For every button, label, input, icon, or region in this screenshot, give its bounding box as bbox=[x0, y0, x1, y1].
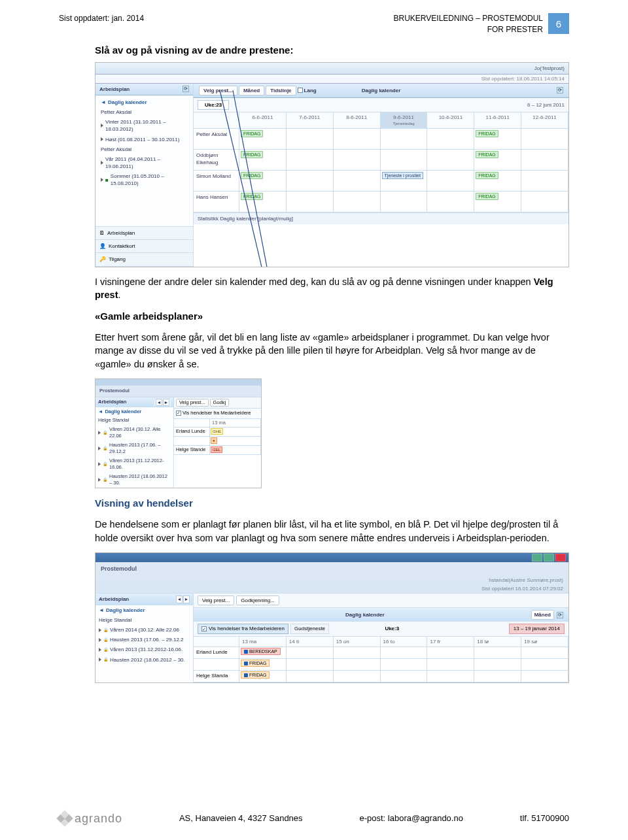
lock-icon: 🔒 bbox=[103, 462, 107, 467]
lock-icon: 🔒 bbox=[103, 637, 108, 643]
ss1-updated: Sist oppdatert: 18.06.2011 14:05:14 bbox=[481, 75, 565, 82]
chevron-right-icon[interactable] bbox=[101, 161, 103, 165]
header-title-2: FOR PRESTER bbox=[394, 24, 544, 35]
lang-checkbox[interactable] bbox=[298, 88, 303, 93]
gudstjeneste-filter[interactable]: Gudstjeneste bbox=[290, 624, 329, 633]
tidslinje-button[interactable]: Tidslinje bbox=[266, 86, 296, 95]
close-icon[interactable] bbox=[555, 554, 566, 562]
ss1-calendar-title: Daglig kalender bbox=[362, 87, 401, 94]
sidebar-item: Vår 2011 (04.04.2011 – 19.06.2011) bbox=[98, 154, 190, 171]
sidebar-item: Vinter 2011 (31.10.2011 – 18.03.2012) bbox=[98, 117, 190, 134]
week-label: Uke:23 bbox=[198, 100, 229, 110]
ss3-date-range: 13 – 19 januar 2014 bbox=[509, 624, 565, 633]
maned-button[interactable]: Måned bbox=[531, 610, 554, 620]
paragraph-velg-prest: I visningene der andre deler sin kalende… bbox=[95, 275, 569, 302]
footer-email: e-post: labora@agrando.no bbox=[359, 813, 462, 824]
page-number-badge: 6 bbox=[548, 13, 569, 34]
stat-bar[interactable]: Statistikk Daglig kalender [planlagt/mul… bbox=[194, 212, 568, 224]
lock-icon: 🔒 bbox=[103, 628, 108, 633]
chevron-right-icon[interactable] bbox=[101, 137, 103, 141]
ss3-updated: Sist oppdatert 16.01.2014 07:29:02 bbox=[481, 585, 563, 592]
velg-prest-button[interactable]: Velg prest... bbox=[176, 399, 209, 407]
velg-prest-button[interactable]: Velg prest... bbox=[198, 596, 234, 605]
ss1-calendar: Velg prest... Måned Tidslinje Lang Dagli… bbox=[194, 84, 568, 267]
brand-logo: agrando bbox=[59, 811, 122, 827]
ss3-sidebar-title: Arbeidsplan bbox=[99, 596, 129, 603]
ss3-calendar-title: Daglig kalender bbox=[345, 611, 385, 618]
nav-tab-tilgang[interactable]: 🔑Tilgang bbox=[96, 253, 193, 266]
ss1-sidebar-title: Arbeidsplan bbox=[99, 86, 130, 93]
refresh-icon[interactable]: ⟳ bbox=[557, 612, 563, 618]
sidebar-item: Petter Aksdal bbox=[98, 144, 190, 154]
next-icon[interactable]: ► bbox=[163, 399, 169, 407]
min-icon[interactable] bbox=[532, 554, 542, 562]
lock-icon: 🔒 bbox=[103, 446, 107, 451]
footer-address: AS, Hanaveien 4, 4327 Sandnes bbox=[179, 813, 303, 824]
paragraph-hendelser: De hendelsene som er planlagt før planen… bbox=[95, 518, 569, 545]
calendar-row: Simon Molland FRIDAG Tjeneste i prostiet… bbox=[194, 171, 568, 192]
vis-hendelser-checkbox[interactable] bbox=[201, 626, 207, 631]
nav-tab-arbeidsplan[interactable]: 🗓Arbeidsplan bbox=[96, 227, 193, 240]
prev-icon[interactable]: ◄ bbox=[176, 596, 183, 603]
ss1-date-header: 6-6-2011 7-6-2011 8-6-2011 9-6-2011Tjene… bbox=[194, 112, 568, 129]
logo-icon bbox=[56, 811, 73, 827]
ss3-user-role: hstandal(Austre Sunmøre,prost) bbox=[489, 577, 563, 584]
velg-prest-button[interactable]: Velg prest... bbox=[199, 86, 237, 95]
sidebar-item-daily: ◄Daglig kalender bbox=[98, 97, 190, 107]
ss1-user-role: Jo(Testprost) bbox=[534, 65, 565, 72]
godkjenning-button[interactable]: Godkjenning... bbox=[236, 596, 279, 605]
lock-icon: 🔒 bbox=[103, 430, 107, 435]
nav-tab-kontaktkort[interactable]: 👤Kontaktkort bbox=[96, 240, 193, 253]
prev-icon[interactable]: ◄ bbox=[156, 399, 162, 407]
ss1-updated-bar: Sist oppdatert: 18.06.2011 14:05:14 bbox=[96, 75, 568, 84]
screenshot-wide-calendar: Prostemodul hstandal(Austre Sunmøre,pros… bbox=[95, 552, 569, 683]
section-title-toggle: Slå av og på visning av de andre presten… bbox=[95, 43, 569, 57]
calendar-row: Hans Hansen FRIDAG FRIDAG bbox=[194, 192, 568, 212]
lock-icon: 🔒 bbox=[103, 647, 108, 652]
lock-icon: 🔒 bbox=[103, 477, 107, 482]
ss2-title: Prostemodul bbox=[96, 386, 261, 397]
event-chip[interactable]: FRIDAG bbox=[241, 671, 270, 679]
page-footer: agrando AS, Hanaveien 4, 4327 Sandnes e-… bbox=[59, 811, 569, 827]
sidebar-item: Høst (01.08.2011 – 30.10.2011) bbox=[98, 135, 190, 144]
page-header: Sist oppdatert: jan. 2014 BRUKERVEILEDNI… bbox=[59, 13, 569, 35]
section-title-hendelser: Visning av hendelser bbox=[95, 496, 569, 510]
screenshot-calendar-main: Jo(Testprost) Sist oppdatert: 18.06.2011… bbox=[95, 62, 569, 267]
vis-hendelser-label: Vis hendelser fra Medarbeidere bbox=[183, 410, 251, 417]
maned-button[interactable]: Måned bbox=[239, 86, 264, 95]
ss1-sidebar: Arbeidsplan ⟳ ◄Daglig kalender Petter Ak… bbox=[96, 84, 194, 267]
sidebar-item: Petter Aksdal bbox=[98, 107, 190, 117]
godkj-button[interactable]: Godkj bbox=[210, 399, 230, 407]
next-icon[interactable]: ► bbox=[183, 596, 190, 603]
ss1-userbar: Jo(Testprost) bbox=[96, 63, 568, 75]
event-chip[interactable]: FRIDAG bbox=[241, 660, 270, 667]
ss2-sidebar-title: Arbeidsplan bbox=[98, 399, 126, 407]
chevron-right-icon[interactable] bbox=[101, 178, 103, 182]
calendar-row: Oddbjørn Eikehaug FRIDAG FRIDAG bbox=[194, 150, 568, 171]
max-icon[interactable] bbox=[544, 554, 554, 562]
paragraph-gamle: Etter hvert som årene går, vil det bli e… bbox=[95, 331, 569, 371]
refresh-icon[interactable]: ⟳ bbox=[183, 86, 189, 92]
lock-icon: 🔒 bbox=[103, 657, 108, 662]
blue-p-icon bbox=[244, 673, 248, 677]
ss3-week-label: Uke:3 bbox=[385, 625, 399, 632]
calendar-row: Petter Aksdal FRIDAG FRIDAG bbox=[194, 129, 568, 150]
ss3-title: Prostemodul bbox=[96, 562, 568, 576]
refresh-icon[interactable]: ⟳ bbox=[557, 87, 563, 93]
blue-p-icon bbox=[244, 650, 248, 654]
sidebar-item: ■ Sommer (31.05.2010 – 15.08.2010) bbox=[98, 171, 190, 188]
event-chip[interactable]: BEREDSKAP bbox=[241, 648, 281, 656]
header-updated: Sist oppdatert: jan. 2014 bbox=[59, 13, 144, 24]
vis-hendelser-checkbox[interactable] bbox=[176, 411, 181, 416]
footer-phone: tlf. 51700900 bbox=[520, 813, 569, 824]
header-title-1: BRUKERVEILEDNING – PROSTEMODUL bbox=[394, 13, 544, 24]
screenshot-small-arbeidsplan: Prostemodul Arbeidsplan ◄► ◄Daglig kalen… bbox=[95, 378, 262, 488]
section-title-gamle: «Gamle arbeidsplaner» bbox=[95, 309, 569, 323]
chevron-right-icon[interactable] bbox=[101, 124, 103, 127]
date-range: 6 – 12 juni 2011 bbox=[527, 101, 565, 109]
blue-p-icon bbox=[244, 662, 248, 665]
